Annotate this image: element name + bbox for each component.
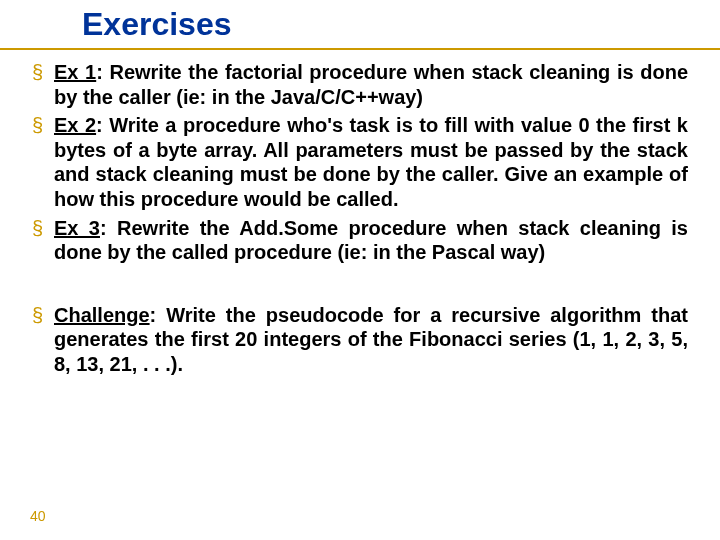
- exercise-label: Ex 2: [54, 114, 96, 136]
- exercise-label: Ex 3: [54, 217, 100, 239]
- list-item: Ex 2: Write a procedure who's task is to…: [32, 113, 688, 211]
- challenge-text: : Write the pseudocode for a recursive a…: [54, 304, 688, 375]
- exercise-text: : Write a procedure who's task is to fil…: [54, 114, 688, 210]
- list-item: Ex 1: Rewrite the factorial procedure wh…: [32, 60, 688, 109]
- slide-body: Ex 1: Rewrite the factorial procedure wh…: [32, 60, 688, 381]
- slide-title: Exercises: [82, 6, 231, 43]
- title-underline: [0, 48, 720, 50]
- exercise-text: : Rewrite the factorial procedure when s…: [54, 61, 688, 108]
- slide: Exercises Ex 1: Rewrite the factorial pr…: [0, 0, 720, 540]
- exercise-list: Ex 1: Rewrite the factorial procedure wh…: [32, 60, 688, 265]
- challenge-list: Challenge: Write the pseudocode for a re…: [32, 303, 688, 377]
- challenge-label: Challenge: [54, 304, 150, 326]
- exercise-text: : Rewrite the Add.Some procedure when st…: [54, 217, 688, 264]
- page-number: 40: [30, 508, 46, 524]
- list-item: Challenge: Write the pseudocode for a re…: [32, 303, 688, 377]
- spacer: [32, 269, 688, 303]
- exercise-label: Ex 1: [54, 61, 96, 83]
- list-item: Ex 3: Rewrite the Add.Some procedure whe…: [32, 216, 688, 265]
